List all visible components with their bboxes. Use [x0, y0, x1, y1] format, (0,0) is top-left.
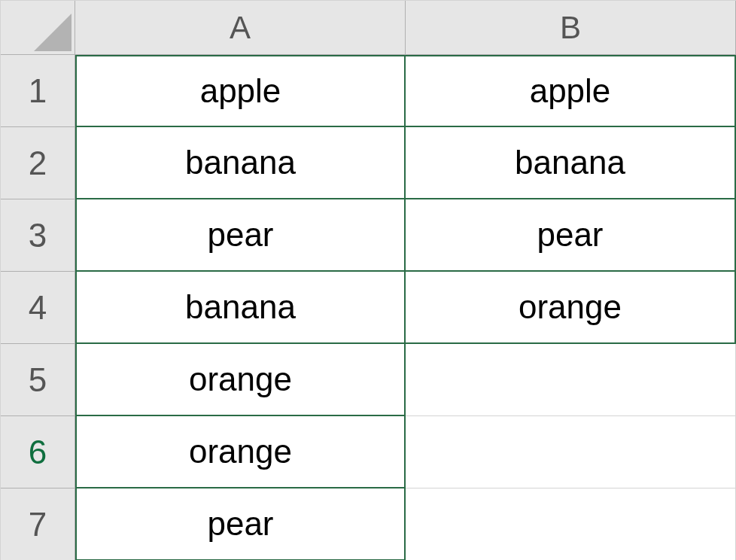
cell-B3[interactable]: pear	[406, 199, 736, 272]
spreadsheet-grid: A B 1 apple apple 2 banana banana 3 pear…	[0, 0, 736, 560]
column-header-B[interactable]: B	[406, 1, 736, 55]
svg-marker-0	[34, 14, 71, 51]
cell-B7[interactable]	[406, 488, 736, 560]
cell-A7[interactable]: pear	[75, 488, 406, 560]
cell-B6[interactable]	[406, 416, 736, 488]
row-header-4[interactable]: 4	[1, 272, 75, 344]
cell-B2[interactable]: banana	[406, 127, 736, 199]
row-header-3[interactable]: 3	[1, 199, 75, 272]
cell-A5[interactable]: orange	[75, 344, 406, 416]
select-all-corner[interactable]	[1, 1, 75, 55]
row-header-7[interactable]: 7	[1, 488, 75, 560]
cell-A1[interactable]: apple	[75, 55, 406, 127]
cell-B1[interactable]: apple	[406, 55, 736, 127]
column-header-A[interactable]: A	[75, 1, 406, 55]
row-header-1[interactable]: 1	[1, 55, 75, 127]
cell-B5[interactable]	[406, 344, 736, 416]
select-all-triangle-icon	[34, 14, 71, 51]
cell-A2[interactable]: banana	[75, 127, 406, 199]
row-header-5[interactable]: 5	[1, 344, 75, 416]
cell-A6[interactable]: orange	[75, 416, 406, 488]
cell-A3[interactable]: pear	[75, 199, 406, 272]
cell-B4[interactable]: orange	[406, 272, 736, 344]
cell-A4[interactable]: banana	[75, 272, 406, 344]
row-header-6[interactable]: 6	[1, 416, 75, 488]
row-header-2[interactable]: 2	[1, 127, 75, 199]
